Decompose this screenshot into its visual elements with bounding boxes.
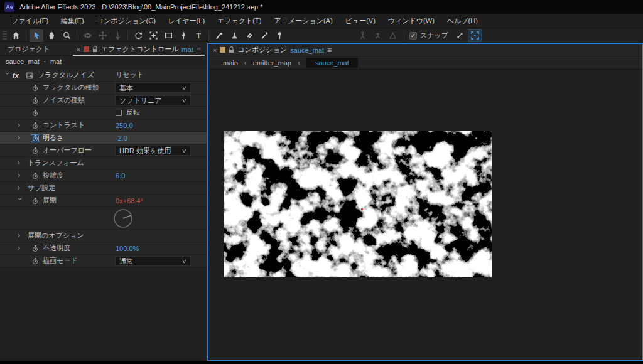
type-tool[interactable]: T [192, 29, 205, 42]
stopwatch-icon[interactable] [31, 257, 39, 265]
orbit-camera-tool [80, 29, 94, 42]
puppet-pin-tool[interactable] [273, 29, 286, 42]
rotation-tool[interactable] [131, 29, 145, 42]
stopwatch-icon[interactable] [31, 109, 39, 117]
title-bar: Ae Adobe After Effects 2023 - D:\2023\Bl… [0, 0, 643, 14]
menu-help[interactable]: ヘルプ(H) [441, 14, 484, 28]
tab-comp-name: sauce_mat [290, 46, 324, 54]
snap-label: スナップ [420, 31, 448, 40]
pen-tool[interactable] [176, 29, 190, 42]
hand-tool[interactable] [45, 29, 58, 42]
chevron-down-icon: ∨ [181, 97, 187, 104]
tab-title: エフェクトコントロール [101, 45, 179, 54]
toolbar-grip[interactable] [3, 31, 7, 41]
effect-controls-panel: プロジェクト × エフェクトコントロール mat ≡ sauce_mat ・ m… [0, 43, 207, 361]
invert-checkbox[interactable] [116, 110, 122, 116]
fractal-noise-preview[interactable] [224, 131, 492, 277]
overflow-dropdown[interactable]: HDR 効果を使用 ∨ [115, 146, 191, 156]
menu-composition[interactable]: コンポジション(C) [90, 14, 162, 28]
breadcrumb-main[interactable]: main [223, 59, 238, 67]
expander-icon[interactable]: › [4, 72, 11, 78]
tab-project[interactable]: プロジェクト [0, 45, 58, 54]
stopwatch-icon[interactable] [31, 147, 39, 155]
stopwatch-icon[interactable] [31, 245, 39, 253]
dropdown-value: HDR 効果を使用 [119, 146, 171, 156]
opacity-value[interactable]: 100.0% [116, 245, 139, 252]
lock-icon[interactable] [229, 46, 234, 53]
dropdown-value: ソフトリニア [119, 96, 162, 105]
tab-composition[interactable]: × コンポジション sauce_mat ≡ [209, 44, 335, 56]
expander-icon[interactable]: › [18, 122, 24, 128]
pan-behind-tool[interactable] [146, 29, 160, 42]
expander-icon[interactable]: › [17, 198, 23, 204]
dropdown-value: 通常 [119, 257, 133, 266]
brightness-value[interactable]: -2.0 [116, 134, 127, 142]
menu-effect[interactable]: エフェクト(T) [211, 14, 267, 28]
chevron-down-icon: ∨ [181, 147, 187, 154]
expander-icon[interactable]: › [18, 232, 24, 238]
effect-row-header[interactable]: › fx フラクタルノイズ リセット [0, 69, 207, 82]
panel-menu-icon[interactable]: ≡ [327, 46, 332, 55]
eraser-tool[interactable] [242, 29, 256, 42]
brush-tool[interactable] [212, 29, 226, 42]
expander-icon[interactable]: › [18, 245, 24, 251]
stopwatch-icon-active[interactable] [31, 134, 39, 142]
menu-window[interactable]: ウィンドウ(W) [382, 14, 441, 28]
dropdown-value: 基本 [119, 83, 133, 93]
effect-row-brightness[interactable]: › 明るさ -2.0 [0, 132, 207, 144]
roto-brush-tool[interactable] [257, 29, 271, 42]
panel-menu-icon[interactable]: ≡ [197, 45, 201, 54]
selection-tool[interactable] [30, 29, 43, 42]
snap-checkbox[interactable]: ✓ [409, 32, 417, 40]
fractal-type-dropdown[interactable]: 基本 ∨ [115, 83, 191, 93]
effect-row-evolution-dial [0, 207, 207, 230]
evolution-dial[interactable] [112, 208, 134, 230]
window-bottom-edge [0, 361, 643, 364]
menu-layer[interactable]: レイヤー(L) [162, 14, 211, 28]
blend-mode-dropdown[interactable]: 通常 ∨ [115, 256, 191, 266]
rectangle-tool[interactable] [161, 29, 175, 42]
expander-icon[interactable]: › [18, 185, 24, 191]
param-label: 展開 [43, 196, 57, 205]
menu-file[interactable]: ファイル(F) [5, 14, 55, 28]
evolution-value[interactable]: 0x+68.4° [116, 197, 143, 205]
region-corners-icon[interactable] [468, 29, 482, 42]
zoom-tool[interactable] [60, 29, 73, 42]
home-tool[interactable] [9, 29, 23, 42]
reset-button[interactable]: リセット [116, 70, 144, 80]
stopwatch-icon[interactable] [31, 172, 39, 180]
breadcrumb-separator: ‹ [244, 58, 247, 67]
expander-icon[interactable]: › [18, 159, 24, 166]
expander-icon[interactable]: › [18, 134, 24, 141]
resize-arrows-icon[interactable] [453, 29, 467, 42]
expander-icon[interactable]: › [18, 172, 24, 178]
close-icon[interactable]: × [213, 46, 217, 54]
stopwatch-icon[interactable] [31, 97, 39, 105]
effect-name: フラクタルノイズ [38, 70, 94, 80]
stopwatch-icon[interactable] [31, 197, 39, 205]
toolbar-separator [127, 31, 128, 41]
complexity-value[interactable]: 6.0 [116, 172, 125, 179]
composition-viewer[interactable] [208, 70, 642, 360]
tab-title: コンポジション [237, 45, 287, 55]
tool-bar: T✓スナップ [0, 28, 643, 43]
menu-view[interactable]: ビュー(V) [339, 14, 382, 28]
breadcrumb-emitter-map[interactable]: emitter_map [253, 59, 291, 67]
lock-icon[interactable] [92, 46, 98, 53]
param-label: ノイズの種類 [43, 95, 85, 105]
tab-layer-name: mat [182, 46, 193, 53]
tab-effect-controls[interactable]: × エフェクトコントロール mat ≡ [73, 43, 205, 56]
close-icon[interactable]: × [77, 46, 80, 53]
stopwatch-icon[interactable] [31, 122, 39, 130]
stopwatch-icon[interactable] [31, 84, 39, 92]
effect-row-evolution-options: › 展開のオプション [0, 230, 207, 242]
contrast-value[interactable]: 250.0 [116, 122, 133, 129]
breadcrumb-sauce-mat-active[interactable]: sauce_mat [306, 58, 358, 68]
noise-type-dropdown[interactable]: ソフトリニア ∨ [115, 95, 191, 105]
clone-stamp-tool[interactable] [227, 29, 241, 42]
effect-row-blend-mode: 描画モード 通常 ∨ [0, 255, 207, 267]
active-tab-underline [73, 55, 205, 56]
toolbar-separator [77, 31, 77, 41]
menu-edit[interactable]: 編集(E) [55, 14, 90, 28]
menu-animation[interactable]: アニメーション(A) [267, 14, 338, 28]
